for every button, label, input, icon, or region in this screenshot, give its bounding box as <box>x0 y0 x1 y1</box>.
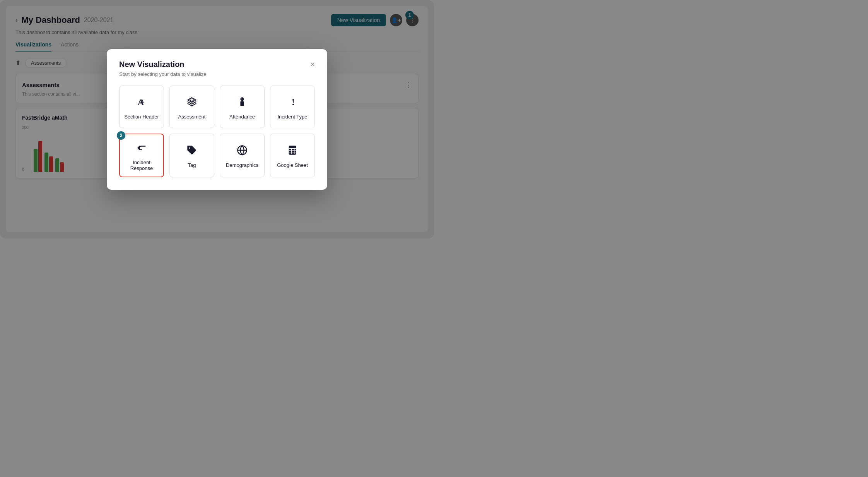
viz-card-incident-response[interactable]: 2 Incident Response <box>119 134 164 177</box>
viz-card-incident-type[interactable]: ! Incident Type <box>270 86 315 128</box>
viz-card-attendance[interactable]: Attendance <box>220 86 265 128</box>
incident-response-icon <box>136 142 147 156</box>
viz-label-assessment: Assessment <box>178 114 206 120</box>
svg-text:A: A <box>140 98 144 104</box>
section-header-icon: AA <box>136 96 147 110</box>
modal-subtitle: Start by selecting your data to visualiz… <box>119 71 315 77</box>
viz-card-assessment[interactable]: Assessment <box>169 86 214 128</box>
modal-close-button[interactable]: × <box>310 60 315 68</box>
viz-label-google-sheet: Google Sheet <box>277 162 308 168</box>
svg-text:!: ! <box>292 96 295 107</box>
viz-card-section-header[interactable]: AA Section Header <box>119 86 164 128</box>
modal-overlay: New Visualization × Start by selecting y… <box>0 0 434 238</box>
demographics-icon <box>237 145 248 158</box>
new-visualization-modal: New Visualization × Start by selecting y… <box>107 49 327 190</box>
viz-label-attendance: Attendance <box>229 114 255 120</box>
step-badge-2: 2 <box>117 131 125 140</box>
viz-card-google-sheet[interactable]: Google Sheet <box>270 134 315 177</box>
viz-label-tag: Tag <box>188 162 196 168</box>
svg-rect-7 <box>289 146 296 154</box>
viz-card-tag[interactable]: Tag <box>169 134 214 177</box>
incident-type-icon: ! <box>287 96 298 110</box>
viz-label-incident-type: Incident Type <box>277 114 307 120</box>
viz-label-section-header: Section Header <box>124 114 159 120</box>
assessment-icon <box>186 96 197 110</box>
svg-rect-3 <box>240 101 244 106</box>
viz-label-incident-response: Incident Response <box>124 160 159 171</box>
modal-title: New Visualization <box>119 60 185 69</box>
visualization-options-grid: AA Section Header Assessment Attendance … <box>119 86 315 177</box>
google-sheet-icon <box>287 145 298 158</box>
viz-label-demographics: Demographics <box>226 162 258 168</box>
viz-card-demographics[interactable]: Demographics <box>220 134 265 177</box>
svg-rect-2 <box>190 101 194 104</box>
tag-icon <box>186 145 197 158</box>
attendance-icon <box>237 96 248 110</box>
svg-point-5 <box>189 147 190 149</box>
